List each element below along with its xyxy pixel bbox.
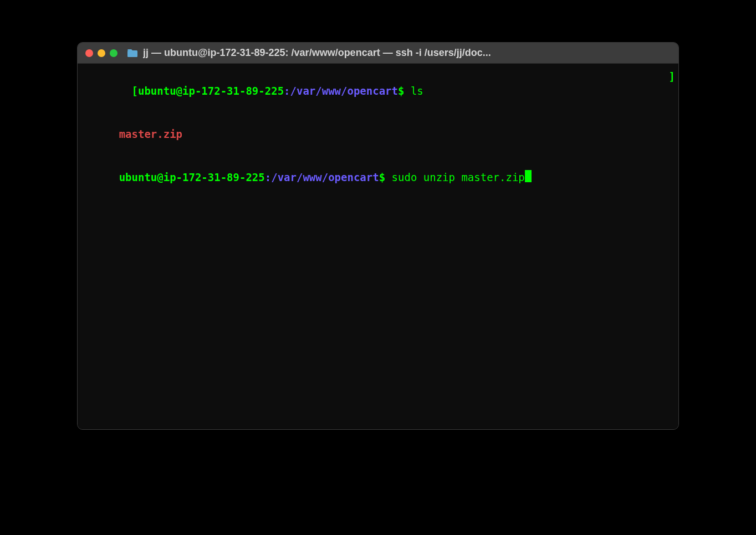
traffic-lights bbox=[85, 49, 118, 57]
terminal-line: master.zip bbox=[81, 112, 675, 156]
prompt-userhost: ubuntu@ip-172-31-89-225 bbox=[138, 85, 284, 97]
cursor bbox=[525, 170, 532, 182]
titlebar[interactable]: jj — ubuntu@ip-172-31-89-225: /var/www/o… bbox=[78, 43, 678, 64]
bracket-open: [ bbox=[132, 85, 138, 97]
terminal-body[interactable]: [ubuntu@ip-172-31-89-225:/var/www/openca… bbox=[78, 64, 678, 429]
terminal-line: ubuntu@ip-172-31-89-225:/var/www/opencar… bbox=[81, 156, 675, 199]
prompt-userhost: ubuntu@ip-172-31-89-225 bbox=[119, 171, 265, 183]
prompt-dollar: $ bbox=[379, 171, 385, 183]
ls-output: master.zip bbox=[119, 128, 182, 140]
svg-rect-0 bbox=[127, 50, 137, 57]
prompt-path: /var/www/opencart bbox=[271, 171, 379, 183]
maximize-button[interactable] bbox=[110, 49, 118, 57]
terminal-line: [ubuntu@ip-172-31-89-225:/var/www/openca… bbox=[81, 69, 675, 112]
prompt-colon: : bbox=[284, 85, 290, 97]
terminal-window: jj — ubuntu@ip-172-31-89-225: /var/www/o… bbox=[77, 42, 679, 430]
prompt-colon: : bbox=[265, 171, 271, 183]
folder-icon bbox=[127, 49, 137, 57]
minimize-button[interactable] bbox=[98, 49, 105, 57]
command-text: ls bbox=[404, 85, 423, 97]
prompt-dollar: $ bbox=[398, 85, 404, 97]
bracket-close: ] bbox=[669, 69, 675, 112]
prompt-path: /var/www/opencart bbox=[290, 85, 398, 97]
window-title: jj — ubuntu@ip-172-31-89-225: /var/www/o… bbox=[143, 47, 671, 59]
close-button[interactable] bbox=[85, 49, 93, 57]
command-text: sudo unzip master.zip bbox=[385, 171, 525, 183]
